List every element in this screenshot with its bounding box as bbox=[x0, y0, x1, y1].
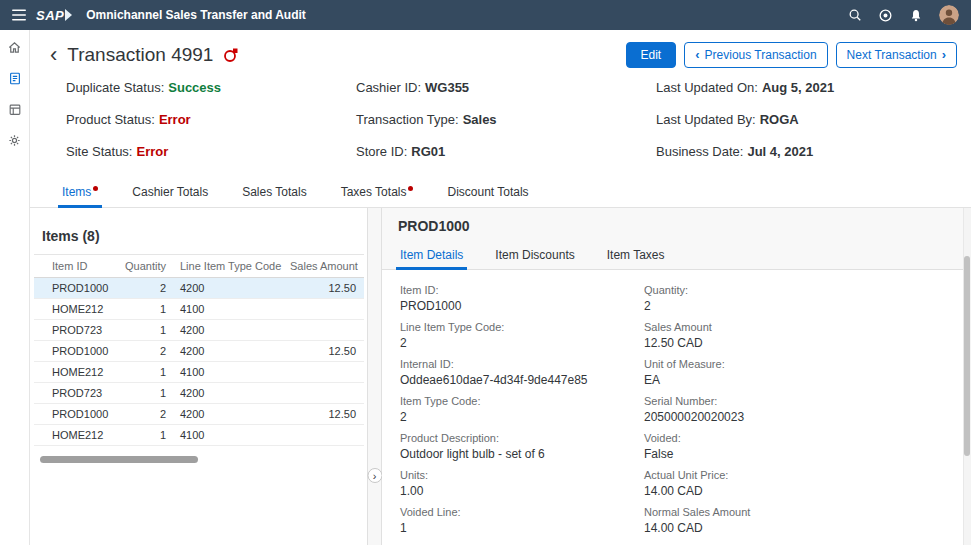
tab[interactable]: Cashier Totals bbox=[128, 179, 212, 207]
cell-line-item-type-code: 4200 bbox=[172, 320, 284, 341]
settings-icon[interactable] bbox=[7, 133, 22, 148]
avatar[interactable] bbox=[939, 5, 959, 25]
home-icon[interactable] bbox=[7, 40, 22, 55]
summary-value: WG355 bbox=[425, 80, 469, 95]
summary-label: Store ID: bbox=[356, 144, 407, 159]
field-label: Line Item Type Code: bbox=[400, 321, 644, 333]
transactions-icon[interactable] bbox=[8, 71, 22, 86]
next-transaction-button[interactable]: Next Transaction › bbox=[836, 42, 957, 68]
field-label: Product Description: bbox=[400, 432, 644, 444]
cell-line-item-type-code: 4200 bbox=[172, 278, 284, 299]
summary-column-transaction: Cashier ID:WG355 Transaction Type:Sales … bbox=[356, 80, 656, 159]
summary-label: Last Updated By: bbox=[656, 112, 756, 127]
items-table-row[interactable]: PROD1000 2 4200 12.50 bbox=[34, 278, 364, 299]
panel-splitter[interactable]: › bbox=[368, 208, 382, 545]
detail-tab[interactable]: Item Taxes bbox=[603, 243, 669, 269]
horizontal-scrollbar-thumb[interactable] bbox=[40, 456, 198, 463]
field-label: Quantity: bbox=[644, 284, 943, 296]
items-table-row[interactable]: PROD1000 2 4200 12.50 bbox=[34, 404, 364, 425]
summary-value: Sales bbox=[463, 112, 497, 127]
summary-column-dates: Last Updated On:Aug 5, 2021 Last Updated… bbox=[656, 80, 955, 159]
cell-quantity: 2 bbox=[118, 341, 172, 362]
menu-icon[interactable] bbox=[12, 9, 26, 21]
record-status-icon bbox=[223, 47, 239, 63]
search-icon[interactable] bbox=[848, 8, 862, 22]
tab[interactable]: Items bbox=[58, 179, 102, 207]
detail-field: Line Item Type Code: 2 bbox=[400, 321, 644, 358]
detail-tab[interactable]: Item Discounts bbox=[491, 243, 578, 269]
summary-value: ROGA bbox=[760, 112, 799, 127]
cell-line-item-type-code: 4100 bbox=[172, 299, 284, 320]
items-table-row[interactable]: HOME212 1 4100 bbox=[34, 425, 364, 446]
cell-line-item-type-code: 4200 bbox=[172, 383, 284, 404]
cell-quantity: 1 bbox=[118, 425, 172, 446]
transaction-summary: Duplicate Status:Success Product Status:… bbox=[30, 72, 971, 159]
detail-field: Product Description: Outdoor light bulb … bbox=[400, 432, 644, 469]
items-table-row[interactable]: HOME212 1 4100 bbox=[34, 299, 364, 320]
tab-label: Item Details bbox=[400, 248, 463, 262]
field-label: Serial Number: bbox=[644, 395, 943, 407]
cell-sales-amount bbox=[284, 425, 364, 446]
sap-logo[interactable]: SAP bbox=[36, 8, 72, 23]
edit-button[interactable]: Edit bbox=[626, 42, 677, 68]
cell-quantity: 2 bbox=[118, 404, 172, 425]
summary-label: Duplicate Status: bbox=[66, 80, 164, 95]
field-value: 14.00 CAD bbox=[644, 521, 943, 535]
page-title: Transaction 4991 bbox=[67, 44, 213, 66]
sap-logo-triangle bbox=[65, 9, 72, 21]
cell-line-item-type-code: 4200 bbox=[172, 404, 284, 425]
back-icon[interactable]: ‹ bbox=[48, 46, 59, 64]
detail-title: PROD1000 bbox=[382, 218, 971, 243]
detail-field: Serial Number: 205000020020023 bbox=[644, 395, 943, 432]
detail-field: Quantity: 2 bbox=[644, 284, 943, 321]
tab[interactable]: Sales Totals bbox=[238, 179, 310, 207]
item-detail-panel: PROD1000 Item Details Item Discounts Ite… bbox=[382, 208, 971, 545]
summary-value: Jul 4, 2021 bbox=[747, 144, 813, 159]
cell-quantity: 1 bbox=[118, 383, 172, 404]
tab[interactable]: Taxes Totals bbox=[337, 179, 418, 207]
tab-badge-dot bbox=[408, 186, 413, 191]
field-value: Oddeae610dae7-4d34f-9de447e85 bbox=[400, 373, 644, 387]
tab-label: Cashier Totals bbox=[132, 185, 208, 199]
column-header-line-item-type-code[interactable]: Line Item Type Code bbox=[172, 255, 284, 278]
items-table-row[interactable]: PROD723 1 4200 bbox=[34, 320, 364, 341]
detail-field: Internal ID: Oddeae610dae7-4d34f-9de447e… bbox=[400, 358, 644, 395]
detail-field: Item ID: PROD1000 bbox=[400, 284, 644, 321]
summary-field: Duplicate Status:Success bbox=[66, 80, 356, 95]
items-table-row[interactable]: PROD1000 2 4200 12.50 bbox=[34, 341, 364, 362]
previous-transaction-button[interactable]: ‹ Previous Transaction bbox=[684, 42, 827, 68]
detail-tab[interactable]: Item Details bbox=[396, 243, 467, 269]
field-value: Outdoor light bulb - set of 6 bbox=[400, 447, 644, 461]
field-label: Voided: bbox=[644, 432, 943, 444]
items-table-row[interactable]: HOME212 1 4100 bbox=[34, 362, 364, 383]
field-label: Actual Unit Price: bbox=[644, 469, 943, 481]
tab[interactable]: Discount Totals bbox=[443, 179, 532, 207]
sap-logo-text: SAP bbox=[36, 8, 64, 23]
summary-label: Product Status: bbox=[66, 112, 155, 127]
chevron-right-icon: › bbox=[942, 48, 946, 62]
column-header-sales-amount[interactable]: Sales Amount bbox=[284, 255, 364, 278]
cell-quantity: 2 bbox=[118, 278, 172, 299]
splitter-expand-icon[interactable]: › bbox=[367, 468, 382, 483]
cell-line-item-type-code: 4100 bbox=[172, 425, 284, 446]
detail-field: Normal Sales Amount 14.00 CAD bbox=[644, 506, 943, 543]
column-header-quantity[interactable]: Quantity bbox=[118, 255, 172, 278]
summary-value: Success bbox=[168, 80, 221, 95]
copilot-icon[interactable] bbox=[878, 8, 893, 23]
vertical-scrollbar[interactable] bbox=[963, 208, 971, 545]
cell-item-id: PROD1000 bbox=[34, 278, 118, 299]
horizontal-scrollbar[interactable] bbox=[38, 456, 359, 463]
items-table-row[interactable]: PROD723 1 4200 bbox=[34, 383, 364, 404]
cell-sales-amount: 12.50 bbox=[284, 278, 364, 299]
cell-item-id: PROD1000 bbox=[34, 341, 118, 362]
summary-field: Site Status:Error bbox=[66, 144, 356, 159]
notifications-icon[interactable] bbox=[909, 8, 923, 23]
main-tabbar: Items Cashier Totals Sales Totals Taxes … bbox=[30, 179, 971, 208]
worklist-icon[interactable] bbox=[8, 102, 22, 117]
vertical-scrollbar-thumb[interactable] bbox=[964, 256, 970, 456]
summary-label: Cashier ID: bbox=[356, 80, 421, 95]
summary-value: RG01 bbox=[411, 144, 445, 159]
cell-item-id: HOME212 bbox=[34, 425, 118, 446]
column-header-item-id[interactable]: Item ID bbox=[34, 255, 118, 278]
items-table-header-row: Item ID Quantity Line Item Type Code Sal… bbox=[34, 255, 364, 278]
